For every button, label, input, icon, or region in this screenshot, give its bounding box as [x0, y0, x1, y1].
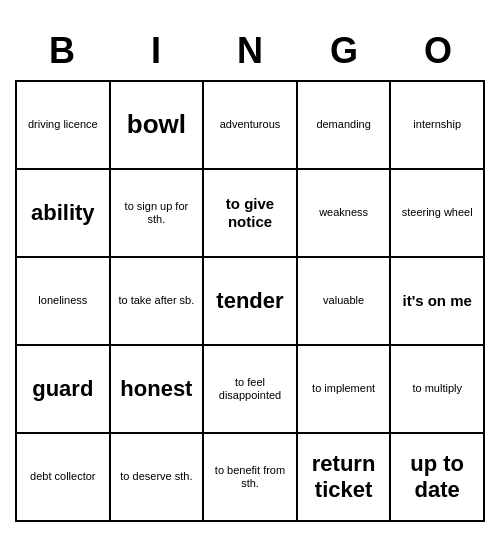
title-letter: G: [297, 30, 391, 72]
bingo-cell: return ticket: [298, 434, 392, 522]
bingo-cell: internship: [391, 82, 485, 170]
bingo-card: BINGO driving licencebowladventurousdema…: [15, 22, 485, 522]
bingo-grid: driving licencebowladventurousdemandingi…: [15, 80, 485, 522]
bingo-cell: to sign up for sth.: [111, 170, 205, 258]
cell-text: to feel disappointed: [208, 376, 292, 402]
cell-text: guard: [32, 376, 93, 402]
cell-text: to implement: [312, 382, 375, 395]
cell-text: steering wheel: [402, 206, 473, 219]
bingo-cell: to benefit from sth.: [204, 434, 298, 522]
bingo-cell: honest: [111, 346, 205, 434]
cell-text: up to date: [395, 451, 479, 504]
title-letter: B: [15, 30, 109, 72]
bingo-cell: steering wheel: [391, 170, 485, 258]
bingo-cell: to implement: [298, 346, 392, 434]
bingo-cell: bowl: [111, 82, 205, 170]
cell-text: to multiply: [412, 382, 462, 395]
cell-text: bowl: [127, 109, 186, 140]
bingo-cell: to multiply: [391, 346, 485, 434]
bingo-title: BINGO: [15, 22, 485, 80]
bingo-cell: valuable: [298, 258, 392, 346]
bingo-cell: adventurous: [204, 82, 298, 170]
bingo-cell: to deserve sth.: [111, 434, 205, 522]
cell-text: to deserve sth.: [120, 470, 192, 483]
cell-text: adventurous: [220, 118, 281, 131]
cell-text: it's on me: [402, 292, 471, 310]
title-letter: O: [391, 30, 485, 72]
bingo-cell: weakness: [298, 170, 392, 258]
bingo-cell: guard: [17, 346, 111, 434]
cell-text: honest: [120, 376, 192, 402]
bingo-cell: to give notice: [204, 170, 298, 258]
title-letter: I: [109, 30, 203, 72]
cell-text: internship: [413, 118, 461, 131]
bingo-cell: debt collector: [17, 434, 111, 522]
bingo-cell: demanding: [298, 82, 392, 170]
cell-text: to benefit from sth.: [208, 464, 292, 490]
bingo-cell: ability: [17, 170, 111, 258]
cell-text: ability: [31, 200, 95, 226]
cell-text: return ticket: [302, 451, 386, 504]
bingo-cell: it's on me: [391, 258, 485, 346]
cell-text: to give notice: [208, 195, 292, 231]
bingo-cell: up to date: [391, 434, 485, 522]
cell-text: debt collector: [30, 470, 95, 483]
cell-text: loneliness: [38, 294, 87, 307]
bingo-cell: to take after sb.: [111, 258, 205, 346]
bingo-cell: loneliness: [17, 258, 111, 346]
cell-text: valuable: [323, 294, 364, 307]
bingo-cell: tender: [204, 258, 298, 346]
cell-text: tender: [216, 288, 283, 314]
cell-text: weakness: [319, 206, 368, 219]
bingo-cell: to feel disappointed: [204, 346, 298, 434]
bingo-cell: driving licence: [17, 82, 111, 170]
cell-text: to take after sb.: [118, 294, 194, 307]
cell-text: demanding: [316, 118, 370, 131]
title-letter: N: [203, 30, 297, 72]
cell-text: driving licence: [28, 118, 98, 131]
cell-text: to sign up for sth.: [115, 200, 199, 226]
